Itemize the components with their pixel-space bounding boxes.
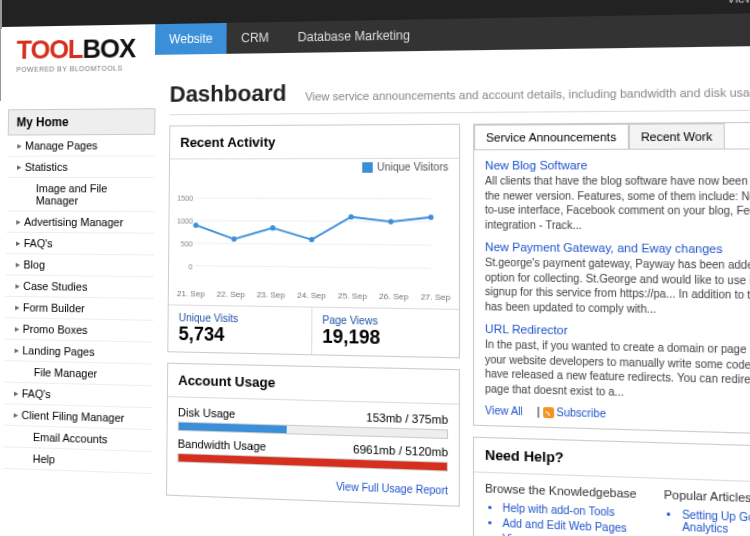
caret-icon: ▸: [17, 141, 25, 151]
sidebar-item-blog[interactable]: ▸Blog: [6, 254, 154, 277]
kb-link[interactable]: Help with add-on Tools: [502, 502, 636, 519]
recent-activity-heading: Recent Activity: [170, 125, 459, 160]
sidebar-item-statistics[interactable]: ▸Statistics: [7, 156, 155, 178]
announcement-link[interactable]: New Payment Gateway, and Eway changes: [485, 240, 750, 256]
recent-activity-panel: Recent Activity Unique Visitors 05001000…: [167, 124, 460, 359]
sidebar: My Home ▸Manage Pages▸StatisticsImage an…: [1, 71, 155, 536]
svg-line-0: [196, 266, 431, 268]
nav-database-marketing[interactable]: Database Marketing: [283, 19, 425, 53]
caret-icon: ▸: [16, 238, 24, 248]
svg-line-2: [196, 244, 431, 246]
caret-icon: ▸: [17, 162, 25, 172]
svg-point-10: [270, 226, 275, 231]
caret-icon: ▸: [15, 281, 23, 291]
svg-line-6: [196, 198, 431, 199]
kb-link[interactable]: Add and Edit Web Pages: [502, 518, 636, 535]
caret-icon: ▸: [15, 324, 23, 334]
rss-icon: [543, 407, 554, 418]
svg-text:500: 500: [181, 240, 193, 249]
sidebar-item-faq-s[interactable]: ▸FAQ's: [6, 233, 154, 256]
view-website-link[interactable]: View Website: [727, 0, 750, 5]
sidebar-item-manage-pages[interactable]: ▸Manage Pages: [7, 135, 155, 157]
sidebar-heading[interactable]: My Home: [8, 108, 156, 135]
activity-chart: 050010001500: [169, 175, 459, 293]
announcements-panel: Service Announcements Recent Work New Bl…: [473, 121, 750, 436]
page-title: Dashboard: [169, 80, 286, 108]
svg-text:0: 0: [188, 262, 192, 271]
sidebar-item-promo-boxes[interactable]: ▸Promo Boxes: [5, 318, 154, 342]
nav-crm[interactable]: CRM: [227, 22, 284, 54]
caret-icon: ▸: [16, 259, 24, 269]
svg-point-13: [388, 219, 393, 224]
svg-point-14: [428, 215, 433, 220]
caret-icon: ▸: [14, 388, 22, 398]
tab-service-announcements[interactable]: Service Announcements: [474, 124, 628, 149]
caret-icon: ▸: [14, 345, 22, 355]
legend-swatch-icon: [362, 163, 373, 174]
caret-icon: ▸: [15, 302, 23, 312]
nav-website[interactable]: Website: [155, 23, 227, 55]
caret-icon: ▸: [16, 217, 24, 227]
popular-article-link[interactable]: Setting Up Google Analytics: [682, 509, 750, 536]
sidebar-item-image-and-file-manager[interactable]: Image and File Manager: [7, 178, 155, 212]
page-subtitle: View service announcements and account d…: [305, 86, 750, 103]
sidebar-item-form-builder[interactable]: ▸Form Builder: [5, 297, 153, 321]
svg-point-12: [348, 215, 353, 220]
svg-text:1500: 1500: [177, 194, 193, 203]
svg-text:1000: 1000: [177, 217, 193, 226]
account-usage-panel: Account Usage Disk Usage153mb / 375mb Ba…: [166, 363, 460, 507]
announcement-link[interactable]: New Blog Software: [485, 158, 750, 172]
unique-visits-stat: Unique Visits 5,734: [168, 306, 312, 355]
svg-point-9: [231, 237, 236, 242]
svg-point-8: [193, 223, 198, 228]
subscribe-link[interactable]: Subscribe: [556, 406, 606, 419]
tab-recent-work[interactable]: Recent Work: [628, 123, 725, 149]
caret-icon: ▸: [14, 410, 22, 421]
full-usage-report-link[interactable]: View Full Usage Report: [336, 481, 448, 497]
logo: TOOLBOX POWERED BY BLOOMTOOLS: [16, 33, 135, 73]
svg-point-11: [309, 237, 314, 242]
page-title-row: Dashboard View service announcements and…: [169, 74, 750, 115]
page-views-stat: Page Views 19,198: [312, 308, 459, 358]
sidebar-item-help[interactable]: Help: [3, 447, 152, 474]
sidebar-item-case-studies[interactable]: ▸Case Studies: [6, 275, 154, 299]
need-help-panel: Need Help? Browse the Knowledgebase Help…: [473, 437, 750, 536]
sidebar-item-advertising-manager[interactable]: ▸Advertising Manager: [6, 211, 154, 233]
view-all-link[interactable]: View All: [485, 404, 523, 417]
